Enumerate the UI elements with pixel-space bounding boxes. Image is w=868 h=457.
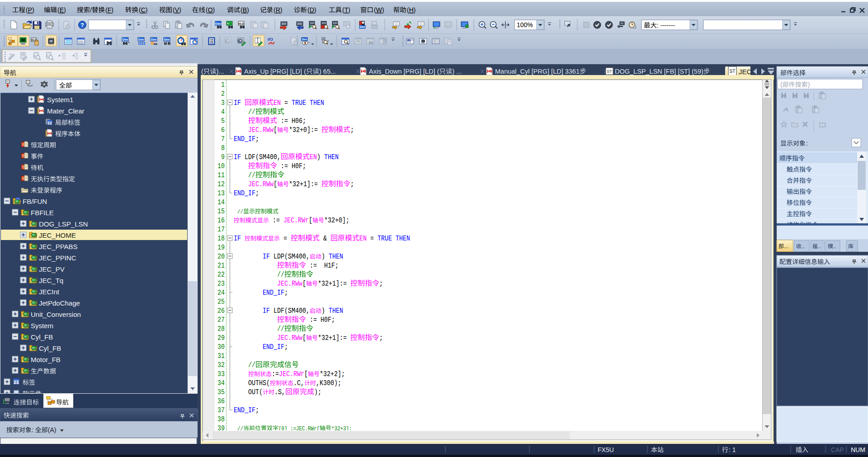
svg-text:(R): (R): [274, 6, 282, 14]
svg-text:Cyl_FB: Cyl_FB: [39, 344, 61, 352]
svg-text::=: :=: [269, 217, 283, 225]
svg-text:;: ;: [350, 126, 354, 134]
svg-text:4: 4: [221, 108, 225, 116]
svg-text:;: ;: [379, 280, 383, 288]
svg-text:IF: IF: [263, 307, 274, 315]
svg-text:JEC_Tq: JEC_Tq: [39, 277, 63, 284]
svg-text:): ): [808, 81, 810, 88]
svg-text:): ): [321, 253, 329, 261]
svg-text://: //: [248, 108, 255, 116]
svg-text://: //: [248, 361, 255, 369]
svg-text:[: [: [302, 334, 306, 342]
svg-text:(F): (F): [105, 6, 113, 14]
svg-text:(O): (O): [206, 6, 215, 14]
svg-text:(P): (P): [26, 6, 34, 14]
svg-text:=: =: [281, 99, 292, 107]
svg-text:25: 25: [217, 298, 225, 306]
svg-text:END_IF: END_IF: [263, 343, 284, 351]
svg-text:..: ..: [802, 243, 805, 250]
svg-text:20: 20: [217, 253, 225, 261]
svg-text:?: ?: [80, 22, 84, 28]
svg-text:);: );: [314, 388, 321, 396]
svg-text::: :: [806, 140, 808, 147]
svg-text:Unit_Conversion: Unit_Conversion: [31, 311, 81, 318]
svg-text:6: 6: [221, 126, 225, 134]
svg-text:) ...: ) ...: [453, 68, 462, 75]
svg-text:END_IF: END_IF: [234, 135, 255, 143]
svg-text:JEC.RWr: JEC.RWr: [283, 217, 309, 225]
svg-text:Cyl_FB: Cyl_FB: [31, 333, 53, 341]
svg-text:FBFILE: FBFILE: [31, 209, 54, 217]
svg-text:,K300);: ,K300);: [316, 379, 341, 387]
svg-text:11: 11: [217, 171, 225, 179]
svg-text:27: 27: [217, 316, 225, 324]
svg-text:IF: IF: [263, 253, 274, 261]
svg-text:TRUE THEN: TRUE THEN: [292, 99, 324, 107]
svg-text:OUT(: OUT(: [248, 388, 263, 396]
svg-text:EN: EN: [274, 99, 281, 107]
svg-text:7: 7: [221, 135, 225, 143]
svg-text:16: 16: [217, 217, 225, 225]
svg-text:: -------: : -------: [657, 22, 675, 29]
svg-text:TRUE THEN: TRUE THEN: [377, 235, 410, 243]
svg-text:;: ;: [350, 180, 354, 188]
svg-text:(C): (C): [139, 6, 147, 14]
svg-text:JEC_PPINC: JEC_PPINC: [39, 254, 76, 262]
svg-text::= H06;: := H06;: [277, 117, 306, 125]
svg-text::= H0F;: := H0F;: [306, 316, 335, 324]
svg-text:): ): [317, 153, 324, 161]
svg-text::= H1F;: := H1F;: [306, 262, 339, 270]
svg-text:31: 31: [217, 352, 225, 360]
svg-text:[: [: [274, 180, 277, 188]
svg-text:JEC_: JEC_: [739, 68, 755, 75]
svg-text:33: 33: [217, 370, 225, 378]
svg-text:DOG_LSP_LSN: DOG_LSP_LSN: [39, 220, 88, 228]
svg-text:Dev: Dev: [123, 38, 128, 41]
svg-text:END_IF: END_IF: [263, 289, 284, 297]
svg-text:JEC.RWr: JEC.RWr: [279, 370, 304, 378]
svg-text:;: ;: [284, 343, 288, 351]
svg-text://: //: [277, 271, 284, 279]
svg-text:*32+0]:=: *32+0]:=: [289, 126, 321, 134]
svg-text:IF: IF: [234, 153, 245, 161]
svg-text:Motor_FB: Motor_FB: [31, 356, 61, 363]
svg-text:...: ...: [784, 243, 788, 250]
svg-text:Manual_Cyl [PRG] [LD] 3361: Manual_Cyl [PRG] [LD] 3361: [495, 68, 580, 75]
svg-text:15: 15: [217, 207, 225, 216]
svg-text:: 1: : 1: [729, 446, 736, 453]
svg-text:Mater_Clear: Mater_Clear: [47, 107, 85, 115]
svg-text:=: =: [367, 235, 377, 243]
svg-text:8: 8: [221, 144, 225, 152]
svg-text:Dev: Dev: [360, 25, 365, 28]
svg-text:37: 37: [217, 406, 225, 415]
svg-text:*32+1]:=: *32+1]:=: [289, 180, 321, 188]
svg-text:32: 32: [217, 361, 225, 369]
svg-text:;: ;: [255, 135, 259, 143]
svg-text:;: ;: [255, 189, 259, 198]
svg-text:28: 28: [217, 325, 225, 333]
svg-text:(T): (T): [342, 6, 350, 14]
svg-text::: :: [32, 426, 35, 433]
svg-text:*32+1]:=: *32+1]:=: [318, 280, 350, 288]
svg-text:IF: IF: [234, 235, 245, 243]
svg-text:.C,: .C,: [293, 379, 304, 387]
svg-text:30: 30: [217, 343, 225, 351]
svg-text:38: 38: [217, 415, 225, 424]
svg-text:FB/FUN: FB/FUN: [23, 198, 47, 205]
svg-text:26: 26: [217, 307, 225, 315]
svg-text:JEC.RWw: JEC.RWw: [248, 126, 274, 134]
svg-text:ST: ST: [607, 69, 612, 74]
svg-text:(B): (B): [241, 6, 249, 14]
svg-text:THEN: THEN: [329, 307, 343, 315]
svg-text:NUM: NUM: [851, 446, 865, 453]
svg-text:JEC_PV: JEC_PV: [39, 265, 65, 273]
svg-text:) 65...: ) 65...: [319, 68, 336, 75]
svg-text:..: ..: [833, 243, 836, 250]
svg-text:(V): (V): [173, 6, 181, 14]
svg-text:Axis_Up [PRG] [LD] (: Axis_Up [PRG] [LD] (: [244, 68, 306, 75]
svg-text:I/O: I/O: [268, 37, 273, 42]
svg-text:10: 10: [217, 162, 225, 170]
svg-text:Dev: Dev: [164, 38, 170, 41]
svg-text:IF: IF: [234, 99, 245, 107]
svg-text:*32+1]:=: *32+1]:=: [318, 334, 350, 342]
